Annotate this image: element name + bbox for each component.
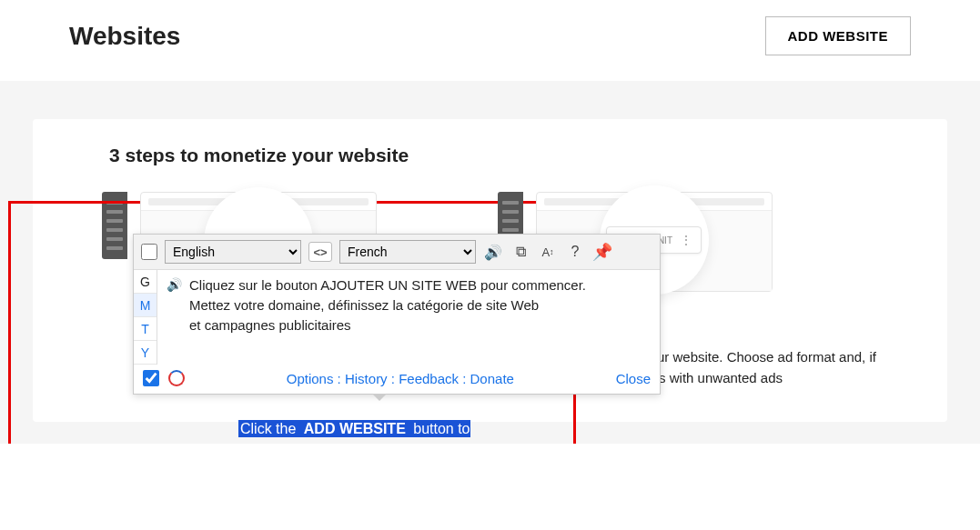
translated-text: Cliquez sur le bouton AJOUTER UN SITE WE… bbox=[189, 275, 586, 335]
source-text-highlighted: Click the ADD WEBSITE button to start. P… bbox=[238, 417, 483, 444]
tab-t[interactable]: T bbox=[134, 317, 157, 341]
lang-to-select[interactable]: French bbox=[339, 240, 476, 264]
add-website-button[interactable]: ADD WEBSITE bbox=[765, 16, 912, 55]
popup-close-link[interactable]: Close bbox=[616, 371, 651, 386]
popup-persist-checkbox[interactable] bbox=[143, 370, 159, 386]
popup-links: Options : History : Feedback : Donate bbox=[287, 371, 514, 386]
tab-m[interactable]: M bbox=[134, 294, 157, 317]
feedback-link[interactable]: Feedback bbox=[399, 371, 459, 386]
more-dots-icon: ⋮ bbox=[680, 233, 692, 247]
menu-icon bbox=[102, 192, 127, 259]
options-link[interactable]: Options bbox=[287, 371, 334, 386]
loading-spinner-icon bbox=[168, 370, 185, 386]
tab-y[interactable]: Y bbox=[134, 341, 157, 365]
card-heading: 3 steps to monetize your website bbox=[109, 145, 878, 166]
copy-icon[interactable]: ⧉ bbox=[510, 242, 530, 262]
help-icon[interactable]: ? bbox=[565, 242, 585, 262]
popup-select-checkbox[interactable] bbox=[141, 244, 157, 260]
donate-link[interactable]: Donate bbox=[470, 371, 514, 386]
speaker-icon[interactable]: 🔊 bbox=[483, 242, 503, 262]
page-title: Websites bbox=[69, 22, 180, 51]
history-link[interactable]: History bbox=[345, 371, 388, 386]
play-translation-icon[interactable]: 🔊 bbox=[167, 277, 182, 292]
lang-from-select[interactable]: English bbox=[165, 240, 301, 264]
tab-g[interactable]: G bbox=[134, 270, 157, 294]
translator-popup: English <> French 🔊 ⧉ A↕ ? 📌 G M T bbox=[133, 234, 661, 395]
provider-tabs: G M T Y bbox=[134, 270, 157, 365]
font-size-icon[interactable]: A↕ bbox=[538, 242, 558, 262]
pin-icon[interactable]: 📌 bbox=[592, 242, 612, 262]
swap-languages-icon[interactable]: <> bbox=[308, 242, 332, 262]
